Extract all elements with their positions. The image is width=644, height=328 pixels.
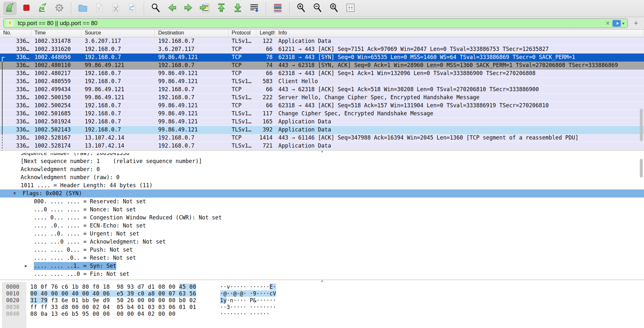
packet-row[interactable]: 336…1002.480217192.168.0.799.86.49.121TC… xyxy=(0,70,644,78)
hex-bytes-segment[interactable]: f3 6e 01 bb 9e d9 50 26 00 00 00 00 b0 0… xyxy=(48,297,197,304)
cell-length: 66 xyxy=(256,86,275,94)
open-file-button[interactable] xyxy=(76,2,90,15)
column-header-protocol[interactable]: Protocol xyxy=(228,30,256,37)
go-forward-button[interactable] xyxy=(182,2,195,15)
packet-row[interactable]: 336…1002.48011099.86.49.121192.168.0.7TC… xyxy=(0,62,644,70)
packet-list: 336…1002.3314783.6.207.117192.168.0.7TLS… xyxy=(0,37,644,150)
detail-line[interactable]: ▶.... .... ..1. = Syn: Set xyxy=(0,262,644,270)
reload-file-button[interactable] xyxy=(125,2,139,15)
go-first-button[interactable] xyxy=(215,2,228,15)
ascii-segment-highlighted[interactable]: E· xyxy=(270,284,276,290)
detail-line[interactable]: .... .0.. .... = ECN-Echo: Not set xyxy=(0,222,644,230)
pane-splitter[interactable] xyxy=(0,150,644,153)
packet-row[interactable]: 336…1002.52816713.107.42.14192.168.0.7TC… xyxy=(0,134,644,142)
packet-row[interactable]: 336…1002.52817413.107.42.14192.168.0.7TL… xyxy=(0,142,644,150)
filter-apply-icon[interactable] xyxy=(612,20,621,27)
hex-row[interactable]: 002031 79 f3 6e 01 bb 9e d9 50 26 00 00 … xyxy=(0,297,644,304)
packet-row[interactable]: 336…1002.500254192.168.0.799.86.49.121TC… xyxy=(0,102,644,110)
hex-row[interactable]: 000018 0f 76 c6 1b 80 f0 18 98 93 d7 d1 … xyxy=(0,284,644,290)
detail-line[interactable]: .... 0... .... = Congestion Window Reduc… xyxy=(0,214,644,222)
ascii-segment[interactable]: ··v····· ······ xyxy=(220,284,270,290)
detail-line[interactable]: Acknowledgment number (raw): 0 xyxy=(0,173,644,181)
column-header-time[interactable]: Time xyxy=(31,30,82,37)
cell-protocol: TLSv1… xyxy=(228,94,256,102)
ascii-segment[interactable]: ·n···· P&······ xyxy=(226,297,276,304)
save-file-button[interactable] xyxy=(92,2,106,15)
detail-line[interactable]: .... .... 0... = Push: Not set xyxy=(0,246,644,254)
filter-dropdown-caret-icon[interactable]: ▾ xyxy=(621,21,626,26)
detail-line[interactable]: 1011 .... = Header Length: 44 bytes (11) xyxy=(0,181,644,189)
packet-row[interactable]: 336…1002.3314783.6.207.117192.168.0.7TLS… xyxy=(0,37,644,45)
detail-text: .... .... .0.. = Reset: Not set xyxy=(34,254,136,262)
detail-line[interactable]: .... .... .0.. = Reset: Not set xyxy=(0,254,644,262)
conversation-marker xyxy=(2,94,6,102)
display-filter-field[interactable]: ✕ ▾ xyxy=(3,18,628,28)
detail-line[interactable]: .... ...0 .... = Acknowledgment: Not set xyxy=(0,238,644,246)
find-packet-button[interactable] xyxy=(149,2,162,15)
hex-bytes-segment[interactable]: 08 0a 13 e6 b5 95 00 00 00 00 04 02 00 0… xyxy=(30,311,176,317)
hex-bytes-segment[interactable]: ff ff 33 d8 00 00 02 04 05 b4 01 03 03 0… xyxy=(30,304,196,310)
pane-splitter[interactable] xyxy=(0,280,644,282)
capture-options-button[interactable] xyxy=(53,2,66,15)
start-capture-button[interactable] xyxy=(3,2,17,15)
zoom-in-button[interactable] xyxy=(294,2,308,15)
close-file-button[interactable] xyxy=(109,2,122,15)
packet-row[interactable]: 336…1002.501685192.168.0.799.86.49.121TL… xyxy=(0,110,644,118)
hex-bytes-segment[interactable]: 18 0f 76 c6 1b 80 f0 18 98 93 d7 d1 08 0… xyxy=(30,284,179,290)
resize-columns-button[interactable] xyxy=(344,2,357,15)
column-header-no[interactable]: No. xyxy=(0,30,31,37)
filter-add-button[interactable]: + xyxy=(631,19,641,28)
ascii-segment[interactable]: ········ ······ xyxy=(220,311,270,317)
go-to-packet-button[interactable] xyxy=(198,2,212,15)
details-scrollbar-thumb[interactable] xyxy=(640,159,643,178)
hex-bytes-segment-highlighted[interactable]: 00 40 00 00 40 00 40 06 e5 39 c0 a8 00 0… xyxy=(30,290,196,297)
go-last-button[interactable] xyxy=(231,2,245,15)
detail-line[interactable]: [Next sequence number: 1 (relative seque… xyxy=(0,157,644,165)
ascii-segment[interactable]: ··3····· ········ xyxy=(220,304,276,310)
hex-bytes-segment-highlighted[interactable]: 45 00 xyxy=(179,284,197,290)
cell-time: 1002.331478 xyxy=(31,37,82,45)
hex-bytes-segment-highlighted[interactable]: 31 79 xyxy=(30,297,48,304)
detail-line[interactable]: ▼Flags: 0x002 (SYN) xyxy=(0,189,644,198)
restart-capture-button[interactable] xyxy=(36,2,50,15)
expand-icon[interactable]: ▶ xyxy=(25,262,27,270)
hex-row[interactable]: 004008 0a 13 e6 b5 95 00 00 00 00 04 02 … xyxy=(0,311,644,317)
column-header-source[interactable]: Source xyxy=(82,30,155,37)
column-header-length[interactable]: Length xyxy=(256,30,275,37)
hex-row[interactable]: 001000 40 00 00 40 00 40 06 e5 39 c0 a8 … xyxy=(0,290,644,297)
packet-row[interactable]: 336…1002.331620192.168.0.73.6.207.117TCP… xyxy=(0,45,644,53)
cell-length: 122 xyxy=(256,37,275,45)
zoom-reset-button[interactable] xyxy=(327,2,341,15)
detail-line[interactable]: Sequence number (raw): 2005041558 xyxy=(0,153,644,157)
cell-destination: 99.86.49.121 xyxy=(155,110,228,118)
packet-row[interactable]: 336…1002.502143192.168.0.799.86.49.121TL… xyxy=(0,126,644,134)
detail-line[interactable]: .... ..0. .... = Urgent: Not set xyxy=(0,230,644,238)
hex-row[interactable]: 0030ff ff 33 d8 00 00 02 04 05 b4 01 03 … xyxy=(0,304,644,311)
go-back-button[interactable] xyxy=(165,2,179,15)
detail-line[interactable]: .... .... ...0 = Fin: Not set xyxy=(0,270,644,278)
packet-row[interactable]: 336…1002.49943499.86.49.121192.168.0.7TC… xyxy=(0,86,644,94)
auto-scroll-button[interactable] xyxy=(247,2,261,15)
ascii-segment-highlighted[interactable]: ·@··@·@· ·9····cV xyxy=(220,290,276,297)
detail-line[interactable]: ...0 .... .... = Nonce: Not set xyxy=(0,206,644,214)
detail-line[interactable]: Acknowledgment number: 0 xyxy=(0,165,644,173)
column-header-destination[interactable]: Destination xyxy=(155,30,228,37)
detail-line[interactable]: 000. .... .... = Reserved: Not set xyxy=(0,198,644,206)
ascii-segment-highlighted[interactable]: 1y xyxy=(220,297,226,304)
zoom-out-button[interactable] xyxy=(311,2,324,15)
packet-row[interactable]: 336…1002.448050192.168.0.799.86.49.121TC… xyxy=(0,53,644,62)
packet-row[interactable]: 336…1002.480559192.168.0.799.86.49.121TL… xyxy=(0,78,644,86)
display-filter-input[interactable] xyxy=(17,20,603,27)
stop-capture-button[interactable] xyxy=(20,2,33,15)
collapse-icon[interactable]: ▼ xyxy=(14,189,16,198)
hex-bytes: 00 40 00 00 40 00 40 06 e5 39 c0 a8 00 0… xyxy=(30,290,216,297)
colorize-button[interactable] xyxy=(271,2,284,15)
packet-row[interactable]: 336…1002.501924192.168.0.799.86.49.121TL… xyxy=(0,118,644,126)
packet-row[interactable]: 336…1002.50015099.86.49.121192.168.0.7TL… xyxy=(0,94,644,102)
packet-list-scrollbar-thumb[interactable] xyxy=(640,109,643,141)
column-header-info[interactable]: Info xyxy=(275,30,644,37)
cell-destination: 3.6.207.117 xyxy=(155,45,228,53)
filter-bookmark-icon[interactable] xyxy=(5,20,14,27)
cell-time: 1002.528167 xyxy=(31,134,82,142)
filter-clear-icon[interactable]: ✕ xyxy=(603,20,612,26)
